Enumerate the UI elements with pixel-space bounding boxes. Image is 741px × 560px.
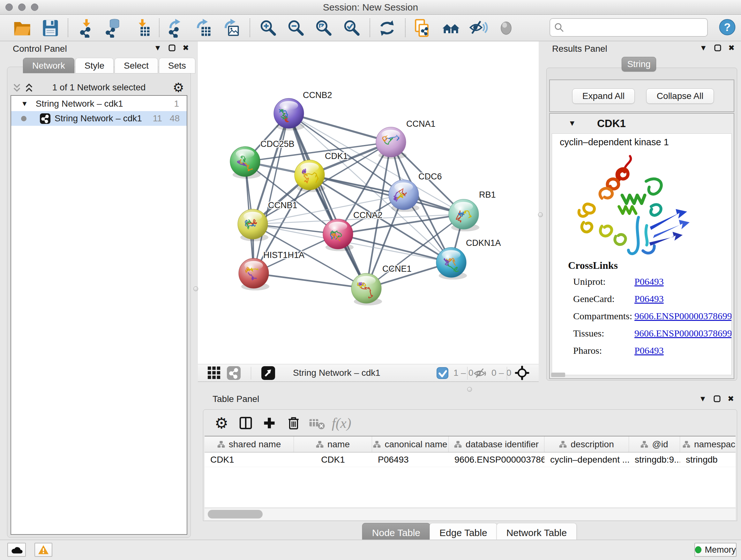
first-neighbors-button[interactable] xyxy=(439,17,463,39)
node-RB1[interactable]: RB1 xyxy=(449,190,496,232)
table-cell: CDK1 xyxy=(205,452,294,467)
column-header-database-identifier[interactable]: database identifier xyxy=(449,436,544,452)
table-panel-float-icon[interactable] xyxy=(714,395,721,402)
help-button[interactable]: ? xyxy=(718,18,737,37)
memory-status-dot-icon xyxy=(695,546,701,553)
fit-selected-button[interactable] xyxy=(515,364,530,381)
zoom-selected-button[interactable] xyxy=(340,17,363,39)
clone-network-button[interactable] xyxy=(410,17,434,39)
edge-HIST1H1A-CCNE1[interactable] xyxy=(254,273,366,288)
import-database-button[interactable] xyxy=(102,17,125,39)
results-panel-close-icon[interactable]: ✖ xyxy=(728,44,735,52)
crosslink-value-link[interactable]: 9606.ENSP00000378699 xyxy=(634,311,732,321)
hide-selected-button[interactable] xyxy=(467,17,490,39)
cloud-status-button[interactable] xyxy=(7,543,26,557)
left-splitter-handle[interactable] xyxy=(193,287,198,291)
results-panel-collapse-icon[interactable]: ▼ xyxy=(699,44,707,52)
node-HIST1H1A[interactable]: HIST1H1A xyxy=(239,250,305,291)
function-builder-button[interactable]: f(x) xyxy=(330,414,353,433)
cloud-icon xyxy=(10,545,23,555)
crosslink-value-link[interactable]: P06493 xyxy=(634,276,664,287)
node-CCNB2[interactable]: CCNB2 xyxy=(274,90,332,131)
crosslink-value-link[interactable]: P06493 xyxy=(634,345,664,356)
minimize-window-button[interactable] xyxy=(18,3,25,11)
column-header--id[interactable]: @id xyxy=(629,436,680,452)
control-panel-collapse-icon[interactable]: ▼ xyxy=(154,44,161,52)
tab-network[interactable]: Network xyxy=(23,58,74,73)
table-panel-close-icon[interactable]: ✖ xyxy=(728,395,734,403)
column-header-name[interactable]: name xyxy=(294,436,372,452)
collapse-all-button[interactable]: Collapse All xyxy=(646,88,714,104)
results-panel-float-icon[interactable] xyxy=(714,44,721,51)
export-network-button[interactable] xyxy=(164,17,188,39)
right-splitter-handle[interactable] xyxy=(538,212,543,217)
close-window-button[interactable] xyxy=(5,3,13,11)
export-table-button[interactable] xyxy=(192,17,215,39)
apply-layout-button[interactable] xyxy=(375,17,399,39)
show-all-button[interactable] xyxy=(494,17,518,39)
create-column-button[interactable] xyxy=(258,414,280,433)
import-network-button[interactable] xyxy=(75,17,98,39)
tab-style[interactable]: Style xyxy=(75,58,114,73)
column-type-icon xyxy=(217,441,225,448)
crosslink-value-link[interactable]: 9606.ENSP00000378699 xyxy=(634,328,732,339)
open-session-button[interactable] xyxy=(10,17,34,39)
bottom-splitter-handle[interactable] xyxy=(467,387,472,392)
gene-section: ▼ CDK1 cyclin–dependent kinase 1 xyxy=(549,113,734,379)
tab-sets[interactable]: Sets xyxy=(159,58,195,73)
table-settings-button[interactable]: ⚙ xyxy=(210,414,232,433)
network-collection-row[interactable]: ▼ String Network – cdk1 1 xyxy=(11,97,187,111)
edge-count: 48 xyxy=(170,113,180,124)
network-view-button[interactable] xyxy=(226,364,241,381)
save-session-button[interactable] xyxy=(39,17,62,39)
control-panel-close-icon[interactable]: ✖ xyxy=(183,44,189,52)
node-label-CCNA2: CCNA2 xyxy=(353,210,383,220)
node-CCNB1[interactable]: CCNB1 xyxy=(238,200,297,241)
expand-all-button[interactable]: Expand All xyxy=(572,88,635,104)
table-cell: stringdb:9... xyxy=(629,452,680,467)
delete-table-button[interactable] xyxy=(306,414,328,433)
node-CDKN1A[interactable]: CDKN1A xyxy=(436,238,501,280)
gene-expander-icon[interactable]: ▼ xyxy=(568,119,576,128)
string-results-container: Expand All Collapse All ▼ CDK1 cyclin–de… xyxy=(546,68,737,381)
zoom-in-button[interactable] xyxy=(256,17,280,39)
toolbar-separator xyxy=(369,18,370,37)
zoom-window-button[interactable] xyxy=(31,3,38,11)
grid-view-button[interactable] xyxy=(207,364,221,381)
delete-column-button[interactable] xyxy=(282,414,305,433)
network-options-gear-icon[interactable]: ⚙ xyxy=(173,80,184,95)
show-columns-button[interactable] xyxy=(234,414,257,433)
column-header-namespac[interactable]: namespac xyxy=(680,436,736,452)
scrollbar-thumb[interactable] xyxy=(208,510,263,518)
hide-selected-icon xyxy=(469,18,488,38)
selected-checkbox-icon[interactable] xyxy=(436,367,448,379)
node-CCNA1[interactable]: CCNA1 xyxy=(376,119,435,159)
control-panel-float-icon[interactable] xyxy=(169,44,176,51)
edge-CCNB2-HIST1H1A[interactable] xyxy=(254,113,289,273)
crosslink-value-link[interactable]: P06493 xyxy=(634,294,664,304)
crosslink-label: Uniprot: xyxy=(573,276,606,287)
import-table-button[interactable] xyxy=(131,17,154,39)
table-horizontal-scrollbar[interactable] xyxy=(205,508,736,520)
memory-button[interactable]: Memory xyxy=(694,543,737,557)
zoom-fit-button[interactable] xyxy=(312,17,335,39)
results-scrollbar[interactable] xyxy=(551,373,565,377)
export-image-button[interactable] xyxy=(219,17,243,39)
edge-CCNB2-CCNE1[interactable] xyxy=(289,113,366,288)
zoom-out-button[interactable] xyxy=(284,17,308,39)
fx-icon: f(x) xyxy=(332,415,351,431)
birdseye-view-button[interactable] xyxy=(261,364,275,381)
column-header-shared-name[interactable]: shared name xyxy=(205,436,294,452)
tab-string[interactable]: String xyxy=(622,57,656,71)
network-canvas[interactable]: CCNB2CCNA1CDC25BCDK1CDC6RB1CCNB1CCNA2CDK… xyxy=(198,42,539,364)
column-header-description[interactable]: description xyxy=(544,436,629,452)
table-row[interactable]: CDK1CDK1P064939606.ENSP00000378699cyclin… xyxy=(205,452,736,467)
table-panel-collapse-icon[interactable]: ▼ xyxy=(699,395,706,403)
search-input[interactable] xyxy=(549,18,708,37)
warnings-button[interactable] xyxy=(35,543,52,557)
network-row-selected[interactable]: String Network – cdk1 11 48 xyxy=(11,111,187,126)
tab-select[interactable]: Select xyxy=(115,58,158,73)
column-header-canonical-name[interactable]: canonical name xyxy=(372,436,449,452)
tree-expander-icon[interactable]: ▼ xyxy=(21,100,28,108)
node-CCNE1[interactable]: CCNE1 xyxy=(351,264,412,306)
